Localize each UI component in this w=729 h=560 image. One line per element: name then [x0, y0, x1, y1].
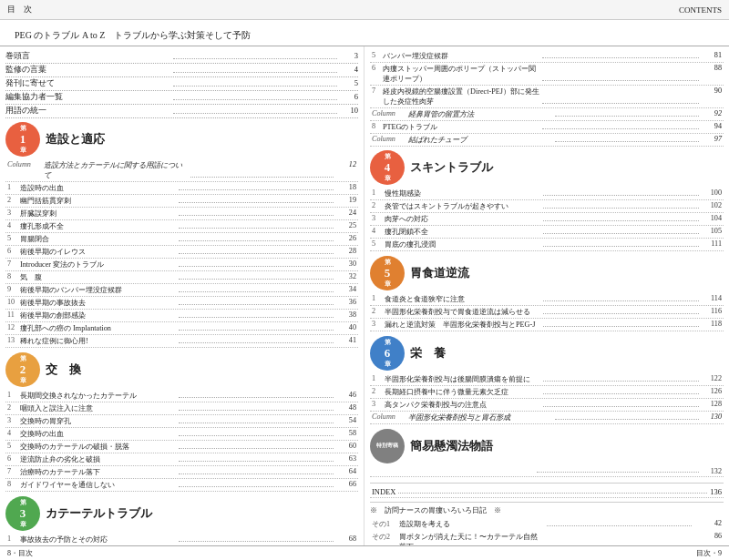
- chapter-item: 1長期間交換されなかったカテーテル46: [5, 390, 358, 402]
- chapter-header-ch5: 第5章胃食道逆流: [370, 256, 724, 290]
- main-title: PEG のトラブル A to Z トラブルから学ぶ対策そして予防: [0, 20, 729, 46]
- index-page: 136: [710, 487, 722, 496]
- footer-left: 8・目次: [7, 548, 33, 558]
- chapter-item: 9術後早期のバンパー埋没症候群34: [5, 284, 358, 297]
- note-row: その1造設期を考える42: [370, 517, 724, 530]
- chapter-item: 8ガイドワイヤーを通信しない66: [5, 479, 358, 492]
- chapter-item: 5胃腸閉合26: [5, 233, 358, 246]
- right-top-item: 8PTEGのトラブル94: [370, 121, 724, 134]
- chapter-badge-ch4: 第4章: [370, 150, 405, 185]
- chapter-item: 3高タンパク栄養剤投与の注意点128: [370, 399, 724, 412]
- right-top-item: 7経皮内視鏡的空腸瘻設置（Direct-PEJ）部に発生した炎症性肉芽90: [370, 86, 724, 108]
- chapter-item: 3肉芽への対応104: [370, 213, 724, 226]
- intro-row: 巻頭言3: [5, 50, 358, 64]
- right-top-item: 5バンパー埋没症候群81: [370, 50, 724, 63]
- header: 目 次 CONTENTS: [0, 0, 729, 20]
- index-label: INDEX: [372, 487, 395, 496]
- chapter-item: 1造設時の出血18: [5, 182, 358, 195]
- chapter-item: 3交換時の胃穿孔54: [5, 415, 358, 428]
- chapter-item: 2炎管ではスキントラブルが起きやすい102: [370, 200, 724, 213]
- notes-intro: ※ 訪問ナースの胃瘻いろいろ日記 ※: [370, 505, 724, 515]
- chapter-item: 12瘻孔部への癌の Implantation40: [5, 322, 358, 335]
- chapter-ch2: 第2章交 換1長期間交換されなかったカテーテル462咽頭入と誤注入に注意483交…: [5, 352, 358, 492]
- footer: 8・目次 目次・9: [0, 545, 729, 560]
- footer-right: 目次・9: [696, 548, 722, 558]
- chapter-title-ch2: 交 換: [46, 361, 81, 378]
- column-item: Column経鼻胃管の留置方法92: [370, 108, 724, 121]
- chapter-badge-ch5: 第5章: [370, 256, 405, 290]
- chapter-item: 7治療時のカテーテル落下64: [5, 466, 358, 479]
- chapter-item: 4交換時の出血58: [5, 428, 358, 441]
- intro-row: 用語の統一10: [5, 105, 358, 118]
- chapter-items-ch6: 1半固形化栄養剤投与は後腸間膜潰瘍を前提に1222長期経口摂養中に伴う微量元素欠…: [370, 373, 724, 424]
- chapter-item: 5交換時のカテーテルの破損・脱落60: [5, 441, 358, 453]
- chapter-ch1: 第1章造設と適応Column造設方法とカテーテルに関する用語について121造設時…: [5, 122, 358, 348]
- header-right: CONTENTS: [679, 5, 722, 15]
- intro-section: 巻頭言3監修の言葉4発刊に寄せて5編集協力者一覧6用語の統一10: [5, 50, 358, 118]
- left-column: 巻頭言3監修の言葉4発刊に寄せて5編集協力者一覧6用語の統一10 第1章造設と適…: [0, 46, 364, 560]
- chapter-item: 2長期経口摂養中に伴う微量元素欠乏症126: [370, 386, 724, 399]
- chapter-title-ch3: カテーテルトラブル: [46, 505, 152, 522]
- chapter-item: 2半固形化栄養剤投与で胃食道逆流は減らせる116: [370, 306, 724, 319]
- chapter-badge-ch1: 第1章: [5, 122, 40, 157]
- right-column: 5バンパー埋没症候群816内瘻ストッパー周囲のポリープ（ストッパー関連ポリープ）…: [364, 46, 729, 560]
- chapter-item: 8気 腹32: [5, 271, 358, 284]
- intro-row: 発刊に寄せて5: [5, 77, 358, 91]
- chapter-item: 3漏れと逆流対策 半固形化栄養剤投与とPEG-J118: [370, 319, 724, 331]
- chapter-badge-ch2: 第2章: [5, 352, 40, 387]
- chapter-title-ch4: スキントラブル: [410, 159, 493, 176]
- chapter-item: 1事故抜去の予防とその対応68: [5, 534, 358, 546]
- chapter-item: 2咽頭入と誤注入に注意48: [5, 402, 358, 415]
- chapter-header-ch6: 第6章栄 養: [370, 336, 724, 371]
- chapter-item: 6逆流防止弁の劣化と破損63: [5, 453, 358, 466]
- chapter-items-ch5: 1食道炎と食道狭窄に注意1142半固形化栄養剤投与で胃食道逆流は減らせる1163…: [370, 293, 724, 331]
- chapter-item: 13稀れな症例に御心用!41: [5, 335, 358, 348]
- chapter-items-ch4: 1慢性期感染1002炎管ではスキントラブルが起きやすい1023肉芽への対応104…: [370, 188, 724, 251]
- chapter-ch4: 第4章スキントラブル1慢性期感染1002炎管ではスキントラブルが起きやすい102…: [370, 150, 724, 251]
- intro-row: 監修の言葉4: [5, 64, 358, 77]
- header-left: 目 次: [7, 4, 32, 15]
- chapter-item: 4瘻孔形成不全25: [5, 220, 358, 233]
- chapter-item: 10術後早期の事故抜去36: [5, 297, 358, 310]
- right-top-item: 6内瘻ストッパー周囲のポリープ（ストッパー関連ポリープ）88: [370, 63, 724, 86]
- chapter-item: 5胃底の瘻孔浸潤111: [370, 239, 724, 251]
- chapter-items-ch2: 1長期間交換されなかったカテーテル462咽頭入と誤注入に注意483交換時の胃穿孔…: [5, 390, 358, 492]
- chapter-ch6: 第6章栄 養1半固形化栄養剤投与は後腸間膜潰瘍を前提に1222長期経口摂養中に伴…: [370, 336, 724, 424]
- chapter-badge-ch3: 第3章: [5, 496, 40, 531]
- chapter-header-ch2: 第2章交 換: [5, 352, 358, 387]
- chapter-item: 1慢性期感染100: [370, 188, 724, 200]
- chapter-ch5: 第5章胃食道逆流1食道炎と食道狭窄に注意1142半固形化栄養剤投与で胃食道逆流は…: [370, 256, 724, 331]
- column-item: Column結ばれたチューブ97: [370, 134, 724, 147]
- chapter-item: 4瘻孔閉鎖不全105: [370, 226, 724, 239]
- intro-row: 編集協力者一覧6: [5, 91, 358, 105]
- chapter-header-ch1: 第1章造設と適応: [5, 122, 358, 157]
- chapter-item: 3肝臓誤穿刺24: [5, 208, 358, 220]
- chapter-item: 1半固形化栄養剤投与は後腸間膜潰瘍を前提に122: [370, 373, 724, 386]
- chapter-title-ch1: 造設と適応: [46, 131, 105, 148]
- index-section: INDEX 136: [370, 483, 724, 498]
- chapter-item: 2幽門括筋貫穿刺19: [5, 195, 358, 208]
- chapter-item: 7Introducer 変法のトラブル30: [5, 259, 358, 271]
- column-item: Column造設方法とカテーテルに関する用語について12: [5, 159, 358, 182]
- chapter-header-ch4: 第4章スキントラブル: [370, 150, 724, 185]
- index-row: INDEX 136: [370, 486, 724, 498]
- chapter-item: 6術後早期のイレウス28: [5, 246, 358, 259]
- chapter-item: 1食道炎と食道狭窄に注意114: [370, 293, 724, 306]
- column-item: Column半固形化栄養剤投与と胃石形成130: [370, 412, 724, 424]
- chapter-header-ch3: 第3章カテーテルトラブル: [5, 496, 358, 531]
- chapter-item: 11術後早期の創部感染38: [5, 310, 358, 322]
- special-chapter: 特別寄稿簡易懸濁法物語132: [370, 429, 724, 477]
- chapter-items-ch1: Column造設方法とカテーテルに関する用語について121造設時の出血182幽門…: [5, 159, 358, 348]
- chapter-badge-ch6: 第6章: [370, 336, 405, 371]
- chapter-title-ch5: 胃食道逆流: [410, 265, 469, 281]
- chapter-title-ch6: 栄 養: [410, 345, 446, 361]
- book-title: PEG のトラブル A to Z トラブルから学ぶ対策そして予防: [9, 25, 720, 42]
